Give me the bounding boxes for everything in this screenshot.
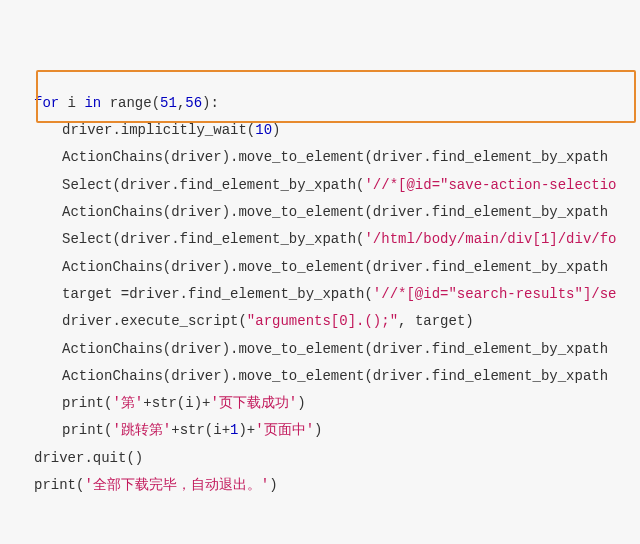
code-line: driver.quit() [4,445,640,472]
code-line: for i in range(51,56): [4,90,640,117]
code-line: target =driver.find_element_by_xpath('//… [4,281,640,308]
code-line: driver.execute_script("arguments[0].();"… [4,308,640,335]
code-line: print('第'+str(i)+'页下载成功') [4,390,640,417]
code-line: ActionChains(driver).move_to_element(dri… [4,144,640,171]
code-line: ActionChains(driver).move_to_element(dri… [4,363,640,390]
code-line: driver.implicitly_wait(10) [4,117,640,144]
code-line: print('全部下载完毕，自动退出。') [4,472,640,499]
code-block: for i in range(51,56):driver.implicitly_… [0,0,640,535]
code-line: Select(driver.find_element_by_xpath('/ht… [4,226,640,253]
code-lines: for i in range(51,56):driver.implicitly_… [4,90,640,499]
code-line: ActionChains(driver).move_to_element(dri… [4,199,640,226]
code-line: ActionChains(driver).move_to_element(dri… [4,254,640,281]
code-line: Select(driver.find_element_by_xpath('//*… [4,172,640,199]
code-line: ActionChains(driver).move_to_element(dri… [4,336,640,363]
code-line: print('跳转第'+str(i+1)+'页面中') [4,417,640,444]
